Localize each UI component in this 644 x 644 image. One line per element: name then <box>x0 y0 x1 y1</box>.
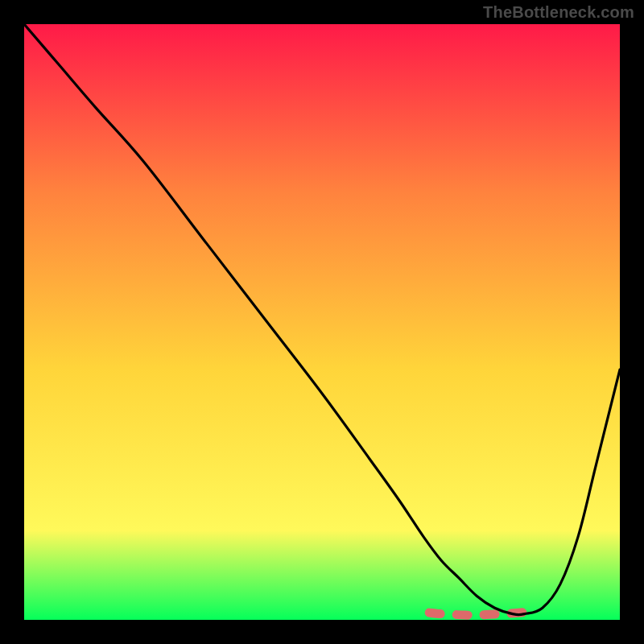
watermark-text: TheBottleneck.com <box>483 3 634 22</box>
bottleneck-chart <box>24 24 620 620</box>
chart-container: { "watermark": "TheBottleneck.com", "col… <box>0 0 644 644</box>
gradient-background <box>24 24 620 620</box>
